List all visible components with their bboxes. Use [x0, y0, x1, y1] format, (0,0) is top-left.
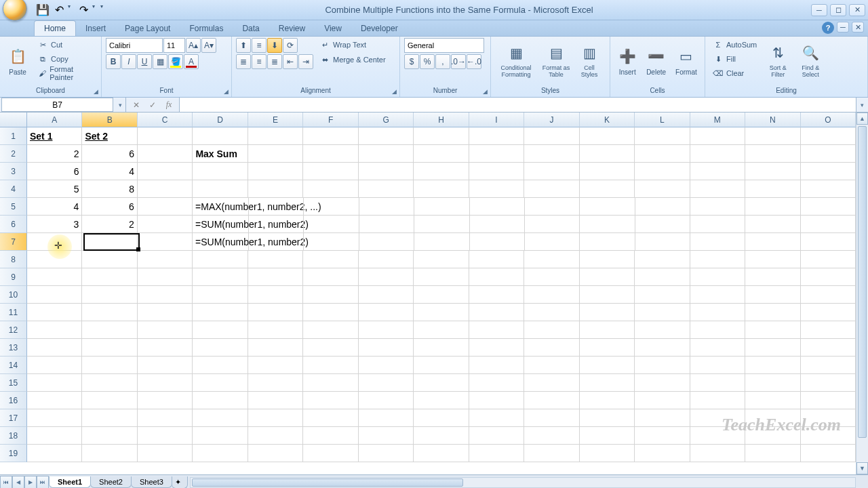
- cell-M15[interactable]: [690, 374, 745, 392]
- format-painter-button[interactable]: 🖌Format Painter: [34, 66, 97, 80]
- cell-A7[interactable]: [27, 233, 82, 251]
- cell-C7[interactable]: [138, 233, 193, 251]
- cell-I18[interactable]: [469, 427, 524, 445]
- cell-O17[interactable]: [801, 409, 856, 427]
- cell-styles-button[interactable]: ▥Cell Styles: [575, 38, 604, 83]
- cell-N2[interactable]: [745, 145, 800, 163]
- cell-A9[interactable]: [27, 268, 82, 286]
- cell-B16[interactable]: [82, 392, 137, 409]
- col-header-F[interactable]: F: [303, 113, 358, 127]
- cell-F12[interactable]: [303, 321, 358, 339]
- cell-I19[interactable]: [469, 445, 524, 462]
- cell-N8[interactable]: [745, 251, 800, 268]
- cell-M1[interactable]: [690, 127, 745, 145]
- cell-L19[interactable]: [635, 445, 690, 462]
- cell-F2[interactable]: [303, 145, 358, 163]
- cell-K10[interactable]: [580, 286, 635, 304]
- row-header-12[interactable]: 12: [0, 321, 27, 339]
- cell-F16[interactable]: [303, 392, 358, 409]
- align-middle-button[interactable]: ≡: [252, 38, 267, 53]
- cell-L16[interactable]: [635, 392, 690, 409]
- cell-A17[interactable]: [27, 409, 82, 427]
- conditional-formatting-button[interactable]: ▦Conditional Formatting: [495, 38, 537, 83]
- cell-K11[interactable]: [580, 304, 635, 321]
- cell-J2[interactable]: [524, 145, 579, 163]
- cell-M18[interactable]: [690, 427, 745, 445]
- cell-I10[interactable]: [469, 286, 524, 304]
- cell-E12[interactable]: [248, 321, 303, 339]
- cell-I17[interactable]: [469, 409, 524, 427]
- cell-A16[interactable]: [27, 392, 82, 409]
- cell-C5[interactable]: [138, 198, 193, 216]
- col-header-I[interactable]: I: [469, 113, 524, 127]
- cell-F10[interactable]: [303, 286, 358, 304]
- ribbon-close[interactable]: ✕: [852, 22, 864, 33]
- cell-O18[interactable]: [801, 427, 856, 445]
- cell-B11[interactable]: [82, 304, 137, 321]
- cell-D2[interactable]: Max Sum: [193, 145, 248, 163]
- cell-E8[interactable]: [248, 251, 303, 268]
- vertical-scroll-thumb[interactable]: [858, 126, 867, 438]
- cell-B5[interactable]: 6: [82, 198, 137, 216]
- cell-I9[interactable]: [469, 268, 524, 286]
- cell-D8[interactable]: [193, 251, 248, 268]
- cell-N16[interactable]: [745, 392, 800, 409]
- col-header-H[interactable]: H: [414, 113, 469, 127]
- cell-G2[interactable]: [359, 145, 414, 163]
- cell-L9[interactable]: [635, 268, 690, 286]
- merge-center-button[interactable]: ⬌Merge & Center: [316, 53, 389, 66]
- cell-E2[interactable]: [248, 145, 303, 163]
- cell-L8[interactable]: [635, 251, 690, 268]
- cell-G9[interactable]: [359, 268, 414, 286]
- row-header-15[interactable]: 15: [0, 374, 27, 392]
- cell-K19[interactable]: [580, 445, 635, 462]
- cell-D18[interactable]: [193, 427, 248, 445]
- row-header-5[interactable]: 5: [0, 198, 27, 216]
- cell-B13[interactable]: [82, 339, 137, 357]
- cell-L4[interactable]: [635, 180, 690, 198]
- cell-N18[interactable]: [745, 427, 800, 445]
- tab-review[interactable]: Review: [269, 21, 315, 36]
- cell-C1[interactable]: [138, 127, 193, 145]
- cell-D14[interactable]: [193, 357, 248, 374]
- cell-A14[interactable]: [27, 357, 82, 374]
- cell-O7[interactable]: [801, 233, 856, 251]
- cell-H17[interactable]: [414, 409, 469, 427]
- cell-A13[interactable]: [27, 339, 82, 357]
- cell-H6[interactable]: [414, 216, 469, 233]
- cell-D12[interactable]: [193, 321, 248, 339]
- cell-O12[interactable]: [801, 321, 856, 339]
- cell-G8[interactable]: [359, 251, 414, 268]
- cell-E13[interactable]: [248, 339, 303, 357]
- cell-N14[interactable]: [745, 357, 800, 374]
- col-header-O[interactable]: O: [801, 113, 856, 127]
- tab-formulas[interactable]: Formulas: [180, 21, 233, 36]
- col-header-C[interactable]: C: [138, 113, 193, 127]
- name-box-dropdown[interactable]: ▾: [115, 102, 125, 108]
- row-header-14[interactable]: 14: [0, 357, 27, 374]
- align-left-button[interactable]: ≣: [236, 54, 251, 69]
- cell-D19[interactable]: [193, 445, 248, 462]
- cell-M9[interactable]: [690, 268, 745, 286]
- sheet-last-button[interactable]: ⏭: [37, 476, 49, 489]
- cell-I16[interactable]: [469, 392, 524, 409]
- cell-I8[interactable]: [469, 251, 524, 268]
- row-header-13[interactable]: 13: [0, 339, 27, 357]
- insert-cells-button[interactable]: ➕Insert: [614, 38, 640, 83]
- delete-cells-button[interactable]: ➖Delete: [643, 38, 669, 83]
- cell-G15[interactable]: [359, 374, 414, 392]
- fill-button[interactable]: ⬇Fill: [709, 52, 760, 66]
- clear-button[interactable]: ⌫Clear: [709, 66, 760, 80]
- tab-view[interactable]: View: [315, 21, 351, 36]
- cell-B17[interactable]: [82, 409, 137, 427]
- cell-H3[interactable]: [414, 163, 469, 180]
- cell-H2[interactable]: [414, 145, 469, 163]
- cell-F5[interactable]: [304, 198, 359, 216]
- sheet-next-button[interactable]: ▶: [24, 476, 37, 489]
- cell-O11[interactable]: [801, 304, 856, 321]
- cell-B6[interactable]: 2: [82, 216, 137, 233]
- cell-D17[interactable]: [193, 409, 248, 427]
- cell-E9[interactable]: [248, 268, 303, 286]
- cell-O6[interactable]: [801, 216, 856, 233]
- cell-O1[interactable]: [801, 127, 856, 145]
